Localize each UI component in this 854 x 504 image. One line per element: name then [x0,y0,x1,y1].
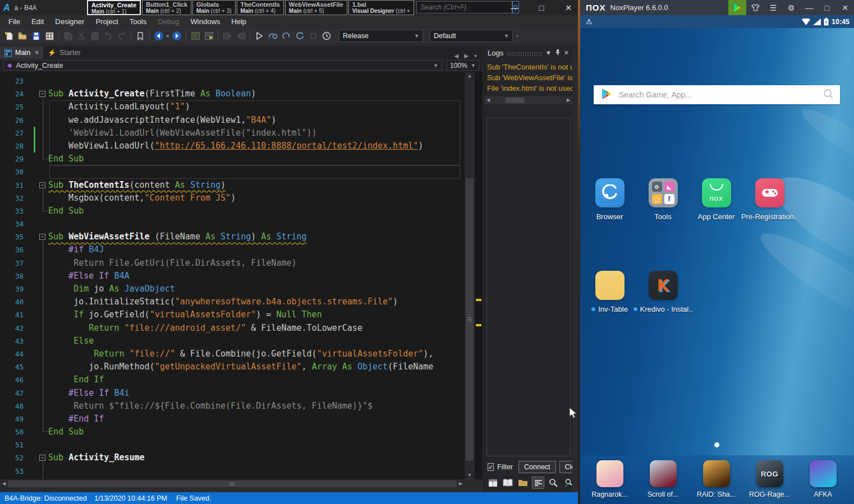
dock-app-icon[interactable] [703,460,730,487]
dock-app-icon[interactable] [650,460,677,487]
dock-app-icon[interactable]: ROG [756,460,783,487]
code-line[interactable]: 31−Sub TheContentIs(content As String) [0,179,465,192]
play-store-button[interactable] [728,0,746,15]
dock-app-raid-sha-[interactable]: RAID: Sha... [690,455,743,504]
uncomment-icon[interactable] [203,30,215,42]
filter-checkbox[interactable]: ✓ [488,463,494,471]
code-line[interactable]: 36 #if B4J [0,243,465,256]
dock-app-ragnarok-[interactable]: Ragnarok... [583,455,636,504]
fold-collapse-icon[interactable]: − [39,182,45,188]
code-line[interactable]: 53 [0,465,465,478]
quick-tab-1.bal[interactable]: 1.balVisual Designer (ctrl + [348,0,414,15]
code-line[interactable]: 40 jo.InitializeStatic("anywheresoftware… [0,295,465,308]
menu-designer[interactable]: Designer [50,16,89,27]
warning-marker[interactable] [476,324,481,326]
dock-app-icon[interactable] [810,460,837,487]
bookmark-icon[interactable] [134,30,146,42]
code-line[interactable]: 35−Sub WebViewAssetFile (FileName As Str… [0,230,465,243]
navigate-back-icon[interactable] [153,30,165,42]
current-sub-combo[interactable]: ◆ Activity_Create ▼ [3,60,442,71]
code-line[interactable]: 37 Return File.GetUri(File.DirAssets, Fi… [0,257,465,270]
close-tab-icon[interactable]: × [35,49,39,57]
theme-icon[interactable] [746,0,764,15]
tab-scroll-right-icon[interactable]: ▶ [464,53,469,59]
app-icon[interactable]: K [649,271,678,300]
log-list-icon[interactable] [532,477,544,489]
fold-collapse-icon[interactable]: − [39,234,45,240]
code-line[interactable]: 27 'WebView1.LoadUrl(WebViewAssetFile("i… [0,127,465,140]
run-icon[interactable] [253,30,265,42]
emulator-close-button[interactable]: ✕ [836,0,854,15]
code-line[interactable]: 33End Sub [0,205,465,218]
settings-gear-icon[interactable]: ⚙ [782,0,800,15]
build-configuration-combo[interactable]: Release▼ [339,30,423,42]
code-line[interactable]: 51 [0,438,465,451]
tab-main[interactable]: Main × [0,47,43,59]
menu-tools[interactable]: Tools [125,16,151,27]
code-line[interactable]: 52−Sub Activity_Resume [0,451,465,464]
dock-app-rog-rage-[interactable]: ROGROG-Rage... [743,455,796,504]
app-icon[interactable]: ⚙◣▢f [649,178,678,207]
scroll-down-icon[interactable]: ▼ [465,471,475,479]
horizontal-scroll-thumb[interactable] [8,480,457,487]
app-icon[interactable] [755,178,784,207]
code-line[interactable]: 30 [0,165,465,178]
quick-tab-activity_create[interactable]: Activity_CreateMain (ctrl + 1) [87,0,141,15]
attach-debugger-icon[interactable] [267,30,279,42]
quick-tab-webviewassetfile[interactable]: WebViewAssetFileMain (ctrl + 5) [285,0,347,15]
panel-grip[interactable] [507,52,542,56]
vertical-scroll-thumb[interactable] [466,178,474,461]
clear-button[interactable]: Clear [559,461,572,473]
quick-tab-globals[interactable]: GlobalsMain (ctrl + 3) [192,0,236,15]
game-search-input[interactable] [619,90,823,99]
app-pre-registration-[interactable]: Pre-Registration.. [743,178,796,221]
comment-icon[interactable] [189,30,201,42]
code-line[interactable]: 45 jo.RunMethod("getUnpackedVirtualAsset… [0,360,465,373]
resume-icon[interactable] [280,30,292,42]
app-icon[interactable] [595,271,625,300]
code-line[interactable]: 38 #Else If B4A [0,270,465,283]
app-inv-table[interactable]: Inv-Table [583,271,636,313]
menu-windows[interactable]: Windows [186,16,226,27]
editor-zoom-combo[interactable]: 100% ▼ [447,60,479,71]
quick-tab-button1_click[interactable]: Button1_ClickMain (ctrl + 2) [142,0,191,15]
navigate-forward-icon[interactable] [171,30,183,42]
close-button[interactable]: ✕ [562,3,575,12]
app-icon[interactable]: nox [702,178,731,207]
code-line[interactable]: 29End Sub [0,152,465,165]
menu-project[interactable]: Project [90,16,123,27]
logs-scroll-thumb[interactable] [506,98,525,103]
logs-panel-header[interactable]: Logs ▼ ✕ [484,46,572,59]
dock-app-scroll-of-[interactable]: Scroll of... [636,455,690,504]
dock-app-icon[interactable] [596,460,623,487]
panel-menu-icon[interactable]: ▼ [545,49,552,56]
new-file-icon[interactable] [3,30,15,42]
scroll-up-icon[interactable]: ▲ [465,72,475,80]
tab-starter[interactable]: ⚡ Starter [43,47,85,59]
tab-list-icon[interactable]: ▾ [474,53,477,59]
scroll-right-icon[interactable]: ▶ [564,96,572,104]
search-icon[interactable] [823,89,833,101]
scroll-right-icon[interactable]: ▶ [457,480,465,488]
maximize-button[interactable]: □ [535,3,548,12]
code-line[interactable]: 50End Sub [0,426,465,438]
restart-icon[interactable] [293,30,306,42]
code-line[interactable]: 47 #Else If B4i [0,387,465,400]
fold-collapse-icon[interactable]: − [39,91,45,97]
build-profile-combo[interactable]: Default▼ [430,30,513,42]
code-editor[interactable]: 2324−Sub Activity_Create(FirstTime As Bo… [0,72,465,479]
book-icon[interactable] [502,477,514,489]
modules-icon[interactable] [43,30,56,42]
minimize-button[interactable]: — [508,3,521,12]
code-line[interactable]: 24−Sub Activity_Create(FirstTime As Bool… [0,87,465,100]
close-panel-icon[interactable]: ✕ [564,49,569,57]
app-tools[interactable]: ⚙◣▢fTools [636,178,690,221]
code-line[interactable]: 34 [0,218,465,230]
app-app-center[interactable]: noxApp Center [690,178,743,221]
emulator-maximize-button[interactable]: □ [818,0,836,15]
code-line[interactable]: 44 Return "file://" & File.Combine(jo.Ge… [0,348,465,360]
code-line[interactable]: 25 Activity.LoadLayout("1") [0,100,465,113]
tab-scroll-left-icon[interactable]: ◀ [454,53,459,59]
emulator-minimize-button[interactable]: — [800,0,818,15]
save-icon[interactable] [30,30,42,42]
